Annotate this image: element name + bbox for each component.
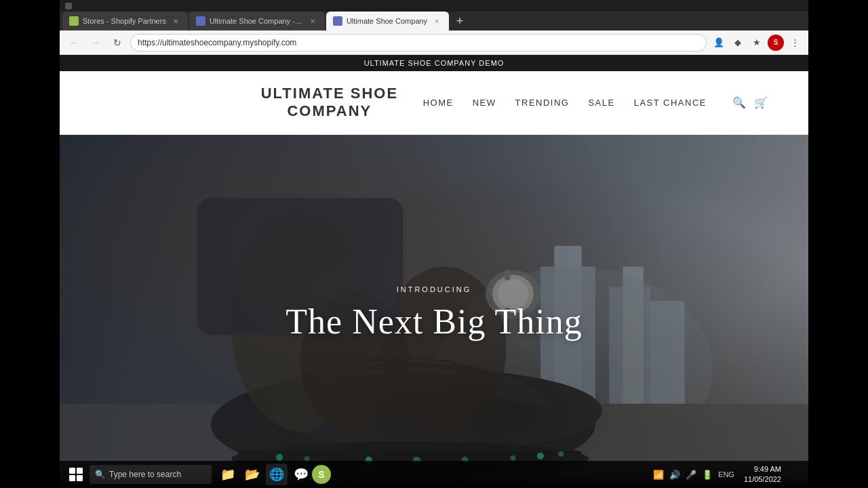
reload-button[interactable]: ↻ bbox=[108, 34, 126, 52]
tab-label: Ultimate Shoe Company - Hom... bbox=[210, 17, 303, 25]
clock-time: 9:49 AM bbox=[744, 464, 781, 474]
system-icons: 📶 🔊 🎤 🔋 ENG bbox=[648, 470, 740, 480]
tab-shoe-company-active[interactable]: Ultimate Shoe Company ✕ bbox=[326, 12, 449, 30]
clock-date: 11/05/2022 bbox=[744, 474, 781, 485]
tab-label: Stores - Shopify Partners bbox=[83, 17, 166, 25]
search-icon[interactable]: 🔍 bbox=[732, 96, 746, 109]
tab-close-icon[interactable]: ✕ bbox=[431, 16, 442, 26]
logo-line1: ULTIMATE SHOE bbox=[261, 85, 398, 102]
start-button[interactable] bbox=[65, 464, 87, 485]
shopify-extension-icon[interactable]: S bbox=[768, 35, 784, 51]
win-logo-sq bbox=[69, 475, 75, 481]
taskbar-fileexplorer[interactable]: 📁 bbox=[217, 464, 239, 485]
browser-toolbar: ← → ↻ https://ultimateshoecompany.myshop… bbox=[60, 30, 808, 55]
shopify-taskbar-icon[interactable]: S bbox=[312, 465, 331, 484]
forward-button[interactable]: → bbox=[87, 34, 104, 52]
site-header: ULTIMATE SHOE COMPANY HOME NEW TRENDING … bbox=[60, 71, 808, 135]
microphone-icon[interactable]: 🎤 bbox=[686, 470, 696, 480]
hero-section: INTRODUCING The Next Big Thing bbox=[60, 135, 808, 481]
win-logo-sq bbox=[77, 475, 83, 481]
windows-logo bbox=[69, 468, 83, 481]
tab-favicon bbox=[196, 16, 205, 26]
profile-icon[interactable]: 👤 bbox=[711, 35, 727, 51]
shopify-banner-text: ULTIMATE SHOE COMPANY DEMO bbox=[364, 59, 505, 67]
settings-icon[interactable]: ⋮ bbox=[787, 35, 803, 51]
hero-content: INTRODUCING The Next Big Thing bbox=[285, 285, 582, 342]
taskbar-system-tray: 📶 🔊 🎤 🔋 ENG 9:49 AM 11/05/2022 bbox=[648, 464, 803, 485]
website-content: ULTIMATE SHOE COMPANY DEMO ULTIMATE SHOE… bbox=[60, 55, 808, 481]
site-logo: ULTIMATE SHOE COMPANY bbox=[261, 85, 398, 121]
tab-favicon bbox=[333, 16, 342, 26]
new-tab-button[interactable]: + bbox=[450, 12, 469, 30]
nav-home[interactable]: HOME bbox=[423, 98, 454, 108]
nav-trending[interactable]: TRENDING bbox=[515, 98, 570, 108]
address-bar[interactable]: https://ultimateshoecompany.myshopify.co… bbox=[130, 34, 707, 52]
nav-new[interactable]: NEW bbox=[473, 98, 496, 108]
tab-close-icon[interactable]: ✕ bbox=[307, 16, 318, 26]
search-placeholder: Type here to search bbox=[109, 470, 181, 479]
taskbar-clock[interactable]: 9:49 AM 11/05/2022 bbox=[744, 464, 781, 485]
tab-shoe-company-home[interactable]: Ultimate Shoe Company - Hom... ✕ bbox=[189, 12, 325, 30]
taskbar-filebrowser[interactable]: 📂 bbox=[241, 464, 263, 485]
nav-last-chance[interactable]: LAST CHANCE bbox=[634, 98, 707, 108]
taskbar-teams[interactable]: 💬 bbox=[290, 464, 312, 485]
language-icon[interactable]: ENG bbox=[718, 470, 734, 479]
network-icon[interactable]: 📶 bbox=[653, 470, 664, 480]
header-icons: 🔍 🛒 bbox=[732, 96, 768, 109]
tab-favicon bbox=[69, 16, 79, 26]
tab-label: Ultimate Shoe Company bbox=[347, 17, 427, 25]
extensions-icon[interactable]: ◆ bbox=[730, 35, 746, 51]
url-text: https://ultimateshoecompany.myshopify.co… bbox=[138, 38, 296, 47]
toolbar-icons: 👤 ◆ ★ S ⋮ bbox=[711, 35, 803, 51]
taskbar-edge[interactable]: 🌐 bbox=[266, 464, 288, 485]
volume-icon[interactable]: 🔊 bbox=[669, 470, 680, 480]
nav-sale[interactable]: SALE bbox=[588, 98, 614, 108]
hero-title: The Next Big Thing bbox=[285, 302, 582, 342]
hero-introducing-text: INTRODUCING bbox=[285, 285, 582, 293]
site-navigation: HOME NEW TRENDING SALE LAST CHANCE 🔍 🛒 bbox=[423, 96, 768, 109]
cart-icon[interactable]: 🛒 bbox=[754, 96, 768, 109]
search-icon: 🔍 bbox=[95, 470, 105, 479]
win-logo-sq bbox=[69, 468, 75, 474]
browser-favicon bbox=[65, 3, 72, 9]
notification-area[interactable] bbox=[789, 468, 803, 481]
shopify-demo-banner: ULTIMATE SHOE COMPANY DEMO bbox=[60, 55, 808, 71]
tab-close-icon[interactable]: ✕ bbox=[170, 16, 181, 26]
battery-icon[interactable]: 🔋 bbox=[702, 470, 713, 480]
browser-tabs: Stores - Shopify Partners ✕ Ultimate Sho… bbox=[60, 12, 868, 30]
browser-title-bar bbox=[60, 0, 868, 12]
taskbar-apps: 📁 📂 🌐 💬 bbox=[217, 464, 312, 485]
logo-line2: COMPANY bbox=[261, 102, 398, 120]
back-button[interactable]: ← bbox=[65, 34, 83, 52]
bookmark-icon[interactable]: ★ bbox=[749, 35, 765, 51]
win-logo-sq bbox=[77, 468, 83, 474]
taskbar-search[interactable]: 🔍 Type here to search bbox=[90, 465, 212, 484]
windows-taskbar: 🔍 Type here to search 📁 📂 🌐 💬 S bbox=[60, 461, 808, 488]
tab-shopify-partners[interactable]: Stores - Shopify Partners ✕ bbox=[62, 12, 188, 30]
